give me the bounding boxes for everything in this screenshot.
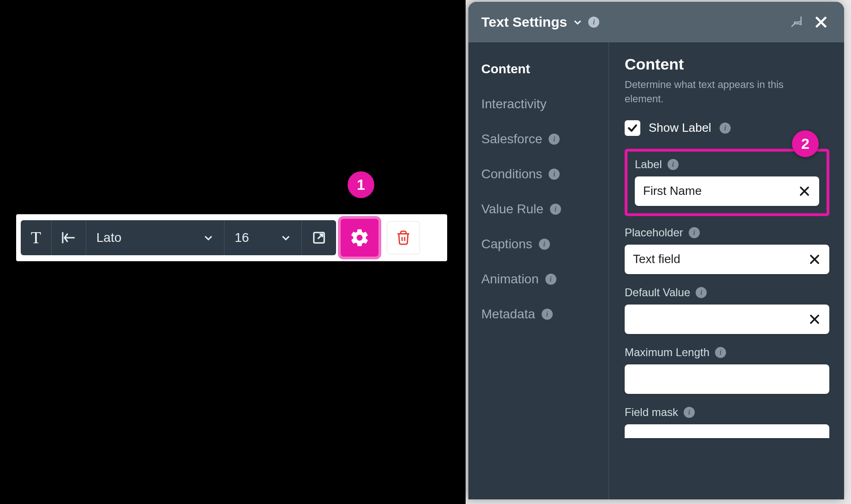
info-icon[interactable]: i [545,274,556,285]
info-icon[interactable]: i [696,287,707,298]
nav-item-captions[interactable]: Captionsi [481,227,596,262]
content-heading: Content [625,55,829,73]
nav-item-conditions[interactable]: Conditionsi [481,157,596,192]
nav-item-content[interactable]: Content [481,52,596,87]
text-icon: T [31,228,41,247]
info-icon[interactable]: i [542,309,553,320]
panel-header: Text Settings i [468,2,844,42]
pin-button[interactable] [786,12,806,32]
placeholder-input-wrap [625,245,829,274]
nav-item-salesforce[interactable]: Salesforcei [481,122,596,157]
annotation-marker-2: 2 [792,130,819,157]
font-size-value: 16 [235,230,249,245]
panel-title-text: Text Settings [481,14,567,30]
clear-input-button[interactable] [798,185,811,198]
close-button[interactable] [811,12,831,32]
nav-item-metadata[interactable]: Metadatai [481,297,596,332]
label-input[interactable] [643,184,798,198]
nav-label: Value Rule [481,202,544,217]
settings-side-nav: Content Interactivity Salesforcei Condit… [468,42,609,499]
font-family-select[interactable]: Lato [86,220,225,255]
info-icon[interactable]: i [668,159,679,170]
align-left-button[interactable] [52,220,86,255]
info-icon[interactable]: i [684,407,695,418]
info-icon[interactable]: i [539,239,550,250]
show-label-checkbox[interactable] [625,120,640,136]
chevron-down-icon [280,232,291,243]
toolbar-inner: T Lato 16 [21,220,336,255]
nav-label: Animation [481,272,539,287]
open-external-button[interactable] [302,220,336,255]
nav-label: Content [481,62,530,76]
nav-item-animation[interactable]: Animationi [481,262,596,297]
nav-label: Salesforce [481,132,542,147]
max-length-input-wrap [625,364,829,394]
nav-item-interactivity[interactable]: Interactivity [481,87,596,122]
close-icon [814,15,828,29]
info-icon[interactable]: i [720,123,731,134]
pin-icon [789,15,803,29]
default-value-input[interactable] [633,312,808,326]
field-mask-input-wrap [625,424,829,438]
field-title-default: Default Value [625,286,690,299]
font-family-value: Lato [96,230,122,245]
text-element-toolbar: T Lato 16 [16,214,447,261]
editor-canvas: T Lato 16 [0,0,466,504]
settings-gear-button[interactable] [341,219,378,257]
show-label-text: Show Label [649,121,711,135]
chevron-down-icon [573,17,583,27]
placeholder-input[interactable] [633,252,808,266]
content-settings-area: Content Determine what text appears in t… [609,42,844,499]
gear-icon [349,228,370,248]
label-input-wrap [635,176,819,206]
clear-input-button[interactable] [808,313,821,326]
clear-input-button[interactable] [808,253,821,266]
nav-label: Conditions [481,167,542,182]
content-description: Determine what text appears in this elem… [625,78,814,106]
field-mask-input[interactable] [633,424,821,438]
nav-item-value-rule[interactable]: Value Rulei [481,192,596,227]
popout-icon [312,231,326,245]
text-type-button[interactable]: T [21,220,52,255]
field-title-mask: Field mask [625,406,678,419]
font-size-select[interactable]: 16 [225,220,302,255]
trash-icon [396,230,411,246]
nav-label: Interactivity [481,97,547,111]
nav-label: Captions [481,237,532,252]
settings-panel: Text Settings i Content Interactivity Sa… [468,2,844,499]
marker-1-label: 1 [357,176,365,193]
info-icon[interactable]: i [550,204,561,215]
check-icon [627,123,638,134]
chevron-down-icon [203,232,214,243]
label-field-highlight: Labeli [625,149,829,216]
info-icon[interactable]: i [715,347,726,358]
panel-title-dropdown[interactable]: Text Settings [481,14,583,30]
info-icon[interactable]: i [549,169,560,180]
max-length-input[interactable] [633,372,821,386]
field-title-maxlen: Maximum Length [625,346,709,359]
info-icon[interactable]: i [689,227,700,238]
field-title-label: Label [635,158,662,171]
delete-button[interactable] [387,221,420,254]
info-icon[interactable]: i [588,17,599,28]
default-value-input-wrap [625,305,829,334]
marker-2-label: 2 [801,135,810,152]
info-icon[interactable]: i [549,134,560,145]
field-title-placeholder: Placeholder [625,226,683,239]
nav-label: Metadata [481,307,535,322]
annotation-marker-1: 1 [348,171,374,198]
align-left-icon [61,231,77,245]
